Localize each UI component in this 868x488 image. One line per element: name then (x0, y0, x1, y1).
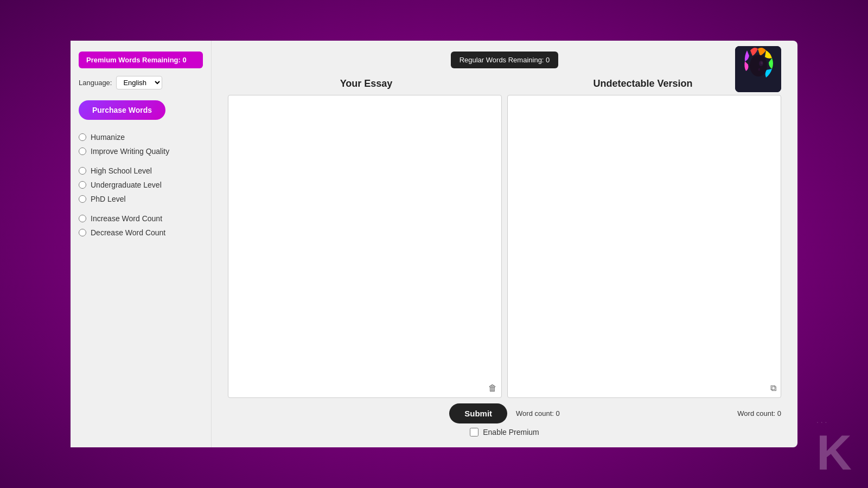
radio-increase-word-count[interactable] (79, 215, 86, 222)
option-phd[interactable]: PhD Level (79, 195, 203, 203)
options-group: Humanize Improve Writing Quality (79, 133, 203, 156)
radio-undergraduate[interactable] (79, 181, 86, 189)
top-bar: Regular Words Remaining: 0 (228, 52, 781, 68)
option-improve-writing[interactable]: Improve Writing Quality (79, 147, 203, 156)
radio-humanize[interactable] (79, 133, 86, 141)
logo-svg (735, 46, 781, 92)
svg-point-2 (750, 55, 767, 76)
essay-textarea[interactable] (228, 95, 501, 397)
enable-premium-label[interactable]: Enable Premium (483, 428, 539, 436)
language-select[interactable]: English Spanish French German (116, 76, 162, 89)
copy-icon[interactable]: ⧉ (770, 383, 776, 393)
radio-phd[interactable] (79, 195, 86, 203)
essay-textarea-wrapper: 🗑 (228, 95, 502, 398)
radio-decrease-word-count[interactable] (79, 229, 86, 236)
columns-area: 🗑 ⧉ (228, 95, 781, 398)
enable-premium-row: Enable Premium (228, 428, 781, 436)
purchase-words-button[interactable]: Purchase Words (79, 100, 165, 120)
option-high-school[interactable]: High School Level (79, 166, 203, 175)
bottom-row: Submit Word count: 0 Word count: 0 (228, 403, 781, 423)
k-watermark: K (816, 428, 852, 477)
radio-improve-writing[interactable] (79, 147, 86, 155)
submit-button[interactable]: Submit (449, 403, 507, 423)
logo-image (735, 46, 781, 92)
premium-words-badge: Premium Words Remaining: 0 (79, 52, 203, 68)
radio-high-school[interactable] (79, 167, 86, 175)
content-area: Regular Words Remaining: 0 (212, 41, 797, 447)
option-decrease-word-count[interactable]: Decrease Word Count (79, 228, 203, 237)
sidebar: Premium Words Remaining: 0 Language: Eng… (71, 41, 212, 447)
undetectable-textarea[interactable] (508, 95, 781, 397)
svg-point-4 (761, 62, 763, 65)
main-window: Premium Words Remaining: 0 Language: Eng… (71, 41, 797, 447)
trash-icon[interactable]: 🗑 (488, 383, 497, 393)
word-count-options-group: Increase Word Count Decrease Word Count (79, 214, 203, 237)
undetectable-textarea-wrapper: ⧉ (507, 95, 781, 398)
enable-premium-checkbox[interactable] (470, 428, 478, 436)
essay-word-count: Word count: 0 (516, 409, 560, 418)
level-options-group: High School Level Undergraduate Level Ph… (79, 166, 203, 203)
columns-header: Your Essay Undetectable Version (228, 78, 781, 89)
option-humanize[interactable]: Humanize (79, 133, 203, 142)
language-row: Language: English Spanish French German (79, 76, 203, 89)
language-label: Language: (79, 79, 112, 87)
undetectable-word-count: Word count: 0 (737, 409, 781, 418)
option-increase-word-count[interactable]: Increase Word Count (79, 214, 203, 223)
regular-words-badge: Regular Words Remaining: 0 (451, 52, 559, 68)
essay-column: 🗑 (228, 95, 502, 398)
option-undergraduate[interactable]: Undergraduate Level (79, 181, 203, 189)
essay-column-header: Your Essay (228, 78, 505, 89)
logo-area (735, 46, 781, 92)
undetectable-column: ⧉ (507, 95, 781, 398)
